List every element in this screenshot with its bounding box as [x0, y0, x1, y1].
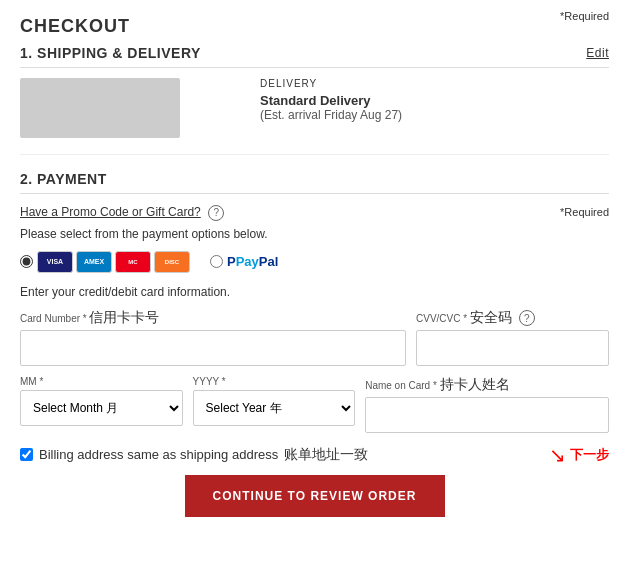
address-placeholder: [20, 78, 180, 138]
amex-icon: AMEX: [76, 251, 112, 273]
enter-card-text: Enter your credit/debit card information…: [20, 285, 609, 299]
shipping-content: DELIVERY Standard Delivery (Est. arrival…: [20, 78, 609, 155]
promo-row: Have a Promo Code or Gift Card? ? *Requi…: [20, 204, 609, 221]
card-radio-group: VISA AMEX MC DISC: [20, 251, 190, 273]
edit-link[interactable]: Edit: [586, 46, 609, 60]
page-title: CHECKOUT: [20, 16, 130, 37]
expiry-name-row: MM * Select Month 月 010203 040506 070809…: [20, 376, 609, 433]
required-note-header: *Required: [560, 10, 609, 22]
month-field: MM * Select Month 月 010203 040506 070809…: [20, 376, 183, 433]
promo-link[interactable]: Have a Promo Code or Gift Card?: [20, 205, 201, 219]
name-on-card-label: Name on Card * 持卡人姓名: [365, 376, 609, 394]
cvv-input[interactable]: [416, 330, 609, 366]
select-payment-text: Please select from the payment options b…: [20, 227, 609, 241]
paypal-radio[interactable]: [210, 255, 223, 268]
year-label: YYYY *: [193, 376, 356, 387]
billing-annotation: 账单地址一致: [284, 446, 368, 464]
card-number-annotation: 信用卡卡号: [89, 309, 159, 325]
billing-checkbox[interactable]: [20, 448, 33, 461]
payment-section: 2. PAYMENT Have a Promo Code or Gift Car…: [20, 171, 609, 517]
cvv-field: CVV/CVC * 安全码 ?: [416, 309, 609, 366]
name-annotation: 持卡人姓名: [440, 376, 510, 392]
paypal-radio-group: PPayPal: [210, 254, 278, 269]
card-number-label: Card Number * 信用卡卡号: [20, 309, 406, 327]
address-block: [20, 78, 220, 138]
mc-icon: MC: [115, 251, 151, 273]
paypal-option: PPayPal: [227, 254, 278, 269]
payment-header: 2. PAYMENT: [20, 171, 609, 194]
card-number-input[interactable]: [20, 330, 406, 366]
year-field: YYYY * Select Year 年 202120222023 202420…: [193, 376, 356, 433]
payment-required-note: *Required: [560, 206, 609, 218]
month-label: MM *: [20, 376, 183, 387]
next-step-annotation: 下一步: [570, 446, 609, 464]
billing-row: Billing address same as shipping address…: [20, 443, 609, 467]
billing-label: Billing address same as shipping address: [39, 447, 278, 462]
payment-title: 2. PAYMENT: [20, 171, 107, 187]
cvv-label: CVV/CVC * 安全码 ?: [416, 309, 609, 327]
month-select[interactable]: Select Month 月 010203 040506 070809 1011…: [20, 390, 183, 426]
card-icons: VISA AMEX MC DISC: [37, 251, 190, 273]
payment-options: VISA AMEX MC DISC PPayPal: [20, 251, 609, 273]
discover-icon: DISC: [154, 251, 190, 273]
continue-button[interactable]: CONTINUE TO REVIEW ORDER: [185, 475, 445, 517]
card-number-field: Card Number * 信用卡卡号: [20, 309, 406, 366]
promo-question-icon[interactable]: ?: [208, 205, 224, 221]
card-row: Card Number * 信用卡卡号 CVV/CVC * 安全码 ?: [20, 309, 609, 366]
shipping-header: 1. SHIPPING & DELIVERY Edit: [20, 45, 609, 68]
shipping-title: 1. SHIPPING & DELIVERY: [20, 45, 201, 61]
card-radio[interactable]: [20, 255, 33, 268]
delivery-block: DELIVERY Standard Delivery (Est. arrival…: [260, 78, 402, 138]
shipping-section: 1. SHIPPING & DELIVERY Edit DELIVERY Sta…: [20, 45, 609, 155]
delivery-est: (Est. arrival Friday Aug 27): [260, 108, 402, 122]
delivery-type: Standard Delivery: [260, 93, 402, 108]
name-on-card-field: Name on Card * 持卡人姓名: [365, 376, 609, 433]
promo-left: Have a Promo Code or Gift Card? ?: [20, 204, 224, 221]
visa-icon: VISA: [37, 251, 73, 273]
cvv-annotation: 安全码: [470, 309, 512, 325]
checkout-page: CHECKOUT *Required 1. SHIPPING & DELIVER…: [20, 16, 609, 517]
delivery-label: DELIVERY: [260, 78, 402, 89]
next-step-arrow: ↘: [549, 443, 566, 467]
name-on-card-input[interactable]: [365, 397, 609, 433]
year-select[interactable]: Select Year 年 202120222023 202420252026 …: [193, 390, 356, 426]
cvv-question-icon[interactable]: ?: [519, 310, 535, 326]
